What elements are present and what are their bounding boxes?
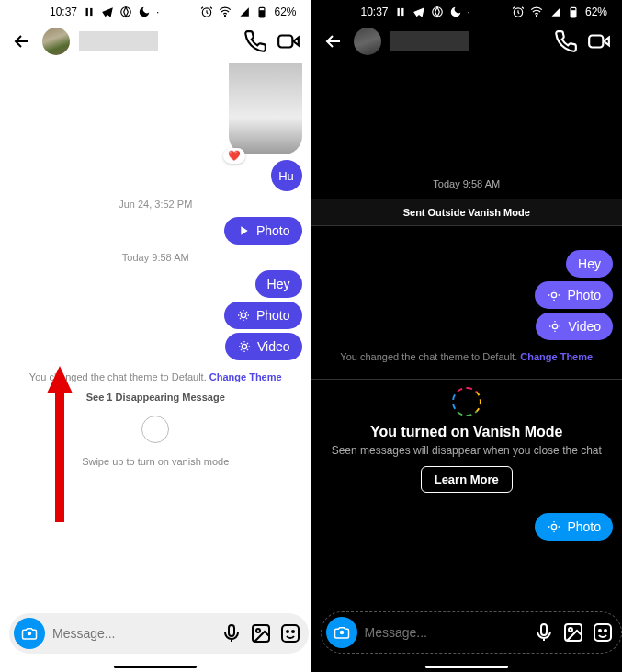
outside-vanish-label: Sent Outside Vanish Mode: [311, 199, 623, 226]
battery-pct: 62%: [585, 6, 607, 18]
svg-point-29: [569, 628, 572, 632]
message-bubble[interactable]: Hey: [566, 250, 613, 278]
message-bubble[interactable]: Hey: [255, 270, 302, 298]
vanish-ring-icon: [452, 387, 481, 416]
nav-handle[interactable]: [425, 666, 508, 668]
status-time: 10:37: [361, 6, 389, 18]
video-call-button[interactable]: [587, 29, 611, 53]
svg-point-18: [432, 7, 442, 17]
moon-icon: [449, 6, 462, 18]
svg-point-15: [292, 631, 294, 632]
svg-rect-13: [282, 625, 299, 642]
camera-button[interactable]: [14, 618, 45, 649]
svg-point-4: [225, 16, 226, 17]
photo-message[interactable]: Photo: [535, 513, 613, 541]
theme-change-notice: You changed the chat theme to Default. C…: [321, 342, 614, 371]
vanish-title: You turned on Vanish Mode: [328, 424, 606, 440]
contact-name-redacted[interactable]: [79, 31, 158, 51]
battery-icon: [255, 6, 268, 18]
contact-name-redacted[interactable]: [390, 31, 469, 51]
timestamp: Today 9:58 AM: [9, 246, 302, 268]
wifi-icon: [219, 6, 232, 18]
sticker-icon[interactable]: [279, 622, 301, 644]
composer: [0, 606, 311, 672]
heart-reaction[interactable]: ❤️: [223, 148, 245, 164]
signal-icon: [548, 6, 561, 18]
audio-call-button[interactable]: [243, 29, 267, 53]
svg-point-8: [241, 313, 245, 317]
svg-rect-1: [90, 8, 92, 16]
svg-point-25: [553, 324, 558, 328]
svg-rect-0: [86, 8, 88, 16]
image-message[interactable]: ❤️: [229, 63, 302, 154]
alarm-icon: [200, 6, 213, 18]
chat-header: [311, 20, 623, 63]
status-time: 10:37: [50, 6, 77, 18]
svg-rect-27: [541, 624, 547, 635]
apps-icon: [431, 6, 444, 18]
messages-area[interactable]: Today 9:58 AM Sent Outside Vanish Mode H…: [311, 63, 623, 604]
swipe-arrow-annotation: [46, 366, 74, 522]
video-message[interactable]: Video: [536, 313, 613, 340]
vanish-subtitle: Seen messages will disappear when you cl…: [328, 444, 606, 457]
sticker-icon[interactable]: [592, 621, 614, 644]
avatar[interactable]: [354, 28, 381, 55]
pause-icon: [394, 6, 407, 18]
mic-icon[interactable]: [533, 621, 555, 644]
svg-point-26: [552, 524, 557, 529]
svg-point-9: [242, 344, 246, 348]
signal-icon: [237, 6, 250, 18]
battery-icon: [567, 6, 580, 18]
svg-rect-10: [229, 625, 234, 636]
audio-call-button[interactable]: [554, 29, 578, 53]
svg-point-2: [121, 7, 131, 17]
telegram-icon: [413, 6, 425, 18]
moon-icon: [138, 6, 151, 18]
change-theme-link[interactable]: Change Theme: [520, 351, 593, 362]
video-message[interactable]: Video: [225, 333, 302, 360]
status-bar: 10:37 · 62%: [311, 0, 623, 20]
video-call-button[interactable]: [277, 29, 300, 53]
learn-more-button[interactable]: Learn More: [421, 466, 513, 493]
mic-icon[interactable]: [221, 622, 243, 644]
svg-point-31: [599, 630, 601, 632]
svg-rect-23: [589, 36, 603, 48]
gallery-icon[interactable]: [250, 622, 272, 644]
apps-icon: [119, 6, 132, 18]
message-input[interactable]: [365, 625, 526, 640]
svg-rect-17: [401, 8, 403, 16]
chat-header: [0, 20, 311, 63]
telegram-icon: [101, 6, 114, 18]
camera-button[interactable]: [326, 617, 357, 648]
nav-handle[interactable]: [114, 666, 197, 668]
svg-point-14: [287, 631, 288, 632]
back-button[interactable]: [322, 30, 345, 52]
pause-icon: [83, 6, 96, 18]
wifi-icon: [530, 6, 543, 18]
photo-message[interactable]: Photo: [224, 302, 302, 329]
timestamp: Jun 24, 3:52 PM: [9, 193, 302, 215]
swipe-hint: Swipe up to turn on vanish mode: [82, 456, 229, 467]
photo-message[interactable]: Photo: [224, 217, 302, 245]
vanish-circle-icon: [141, 416, 169, 443]
messages-area[interactable]: ❤️ Hu Jun 24, 3:52 PM Photo Today 9:58 A…: [0, 63, 311, 606]
vanish-banner: You turned on Vanish Mode Seen messages …: [311, 379, 623, 506]
svg-rect-6: [260, 11, 265, 17]
svg-rect-22: [571, 11, 576, 17]
avatar[interactable]: [42, 28, 70, 55]
svg-point-12: [256, 629, 260, 632]
status-bar: 10:37 · 62%: [0, 0, 311, 20]
composer: [311, 604, 623, 672]
photo-message[interactable]: Photo: [535, 281, 613, 309]
gallery-icon[interactable]: [562, 621, 584, 644]
svg-point-24: [552, 292, 557, 297]
svg-rect-16: [397, 8, 399, 16]
change-theme-link[interactable]: Change Theme: [209, 371, 282, 382]
message-input[interactable]: [52, 626, 213, 641]
message-bubble[interactable]: Hu: [271, 160, 302, 191]
back-button[interactable]: [11, 30, 33, 52]
timestamp: Today 9:58 AM: [321, 173, 614, 195]
svg-rect-30: [594, 624, 611, 641]
svg-point-20: [536, 16, 537, 17]
svg-rect-7: [278, 36, 292, 48]
